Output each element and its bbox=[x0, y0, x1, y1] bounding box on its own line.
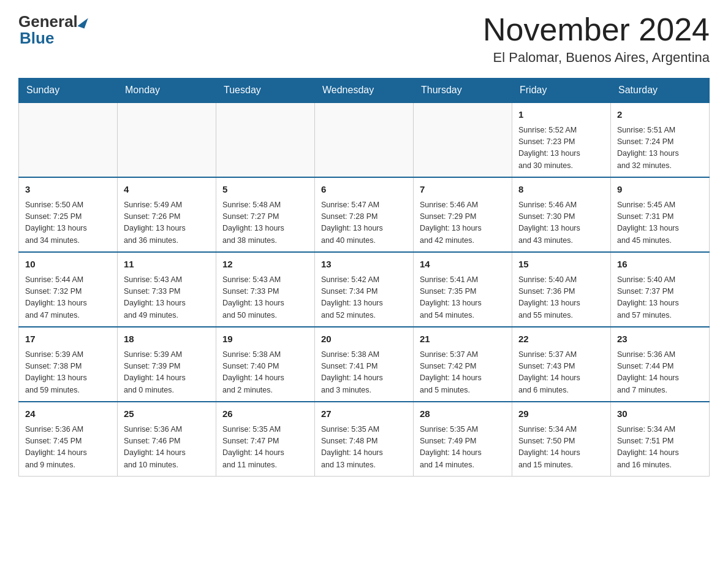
day-info: Sunrise: 5:40 AMSunset: 7:37 PMDaylight:… bbox=[617, 274, 703, 322]
calendar-header-tuesday: Tuesday bbox=[216, 79, 315, 103]
calendar-day-cell: 5Sunrise: 5:48 AMSunset: 7:27 PMDaylight… bbox=[216, 177, 315, 252]
day-number: 10 bbox=[25, 258, 111, 272]
calendar-day-cell: 22Sunrise: 5:37 AMSunset: 7:43 PMDayligh… bbox=[512, 327, 611, 402]
calendar-day-cell: 3Sunrise: 5:50 AMSunset: 7:25 PMDaylight… bbox=[19, 177, 118, 252]
day-info: Sunrise: 5:36 AMSunset: 7:46 PMDaylight:… bbox=[124, 424, 210, 472]
day-info: Sunrise: 5:50 AMSunset: 7:25 PMDaylight:… bbox=[25, 199, 111, 247]
day-info: Sunrise: 5:39 AMSunset: 7:39 PMDaylight:… bbox=[124, 349, 210, 397]
calendar-header-friday: Friday bbox=[512, 79, 611, 103]
calendar-day-cell: 11Sunrise: 5:43 AMSunset: 7:33 PMDayligh… bbox=[118, 252, 216, 327]
calendar-header-row: SundayMondayTuesdayWednesdayThursdayFrid… bbox=[19, 79, 710, 103]
calendar-week-row: 3Sunrise: 5:50 AMSunset: 7:25 PMDaylight… bbox=[19, 177, 710, 252]
day-info: Sunrise: 5:52 AMSunset: 7:23 PMDaylight:… bbox=[518, 124, 604, 172]
day-number: 9 bbox=[617, 183, 703, 197]
calendar-header-sunday: Sunday bbox=[19, 79, 118, 103]
day-number: 20 bbox=[321, 332, 407, 347]
day-number: 30 bbox=[617, 407, 703, 421]
calendar-day-cell: 12Sunrise: 5:43 AMSunset: 7:33 PMDayligh… bbox=[216, 252, 315, 327]
calendar-header-wednesday: Wednesday bbox=[315, 79, 414, 103]
day-number: 23 bbox=[617, 332, 703, 347]
calendar-header-thursday: Thursday bbox=[414, 79, 512, 103]
day-number: 21 bbox=[420, 332, 506, 347]
day-number: 12 bbox=[222, 258, 308, 272]
day-number: 24 bbox=[25, 407, 111, 421]
day-info: Sunrise: 5:40 AMSunset: 7:36 PMDaylight:… bbox=[518, 274, 604, 322]
calendar-week-row: 17Sunrise: 5:39 AMSunset: 7:38 PMDayligh… bbox=[19, 327, 710, 402]
day-info: Sunrise: 5:36 AMSunset: 7:45 PMDaylight:… bbox=[25, 424, 111, 472]
day-number: 3 bbox=[25, 183, 111, 197]
month-title: November 2024 bbox=[483, 12, 710, 47]
calendar-day-cell: 16Sunrise: 5:40 AMSunset: 7:37 PMDayligh… bbox=[611, 252, 710, 327]
calendar-day-cell: 13Sunrise: 5:42 AMSunset: 7:34 PMDayligh… bbox=[315, 252, 414, 327]
title-section: November 2024 El Palomar, Buenos Aires, … bbox=[483, 12, 710, 66]
location-title: El Palomar, Buenos Aires, Argentina bbox=[483, 50, 710, 66]
calendar-day-cell: 27Sunrise: 5:35 AMSunset: 7:48 PMDayligh… bbox=[315, 402, 414, 477]
calendar-day-cell: 23Sunrise: 5:36 AMSunset: 7:44 PMDayligh… bbox=[611, 327, 710, 402]
day-info: Sunrise: 5:38 AMSunset: 7:41 PMDaylight:… bbox=[321, 349, 407, 397]
calendar-day-cell bbox=[19, 102, 118, 177]
calendar-day-cell: 9Sunrise: 5:45 AMSunset: 7:31 PMDaylight… bbox=[611, 177, 710, 252]
calendar-day-cell bbox=[118, 102, 216, 177]
calendar-day-cell bbox=[315, 102, 414, 177]
day-number: 2 bbox=[617, 108, 703, 122]
day-number: 5 bbox=[222, 183, 308, 197]
calendar-table: SundayMondayTuesdayWednesdayThursdayFrid… bbox=[18, 78, 710, 477]
calendar-day-cell: 19Sunrise: 5:38 AMSunset: 7:40 PMDayligh… bbox=[216, 327, 315, 402]
calendar-day-cell: 15Sunrise: 5:40 AMSunset: 7:36 PMDayligh… bbox=[512, 252, 611, 327]
day-info: Sunrise: 5:34 AMSunset: 7:51 PMDaylight:… bbox=[617, 424, 703, 472]
day-number: 17 bbox=[25, 332, 111, 347]
day-info: Sunrise: 5:42 AMSunset: 7:34 PMDaylight:… bbox=[321, 274, 407, 322]
day-info: Sunrise: 5:39 AMSunset: 7:38 PMDaylight:… bbox=[25, 349, 111, 397]
day-info: Sunrise: 5:37 AMSunset: 7:43 PMDaylight:… bbox=[518, 349, 604, 397]
calendar-day-cell: 25Sunrise: 5:36 AMSunset: 7:46 PMDayligh… bbox=[118, 402, 216, 477]
calendar-day-cell: 10Sunrise: 5:44 AMSunset: 7:32 PMDayligh… bbox=[19, 252, 118, 327]
day-number: 8 bbox=[518, 183, 604, 197]
calendar-day-cell: 4Sunrise: 5:49 AMSunset: 7:26 PMDaylight… bbox=[118, 177, 216, 252]
calendar-week-row: 24Sunrise: 5:36 AMSunset: 7:45 PMDayligh… bbox=[19, 402, 710, 477]
day-info: Sunrise: 5:47 AMSunset: 7:28 PMDaylight:… bbox=[321, 199, 407, 247]
logo-blue-text: Blue bbox=[18, 29, 54, 48]
calendar-day-cell: 30Sunrise: 5:34 AMSunset: 7:51 PMDayligh… bbox=[611, 402, 710, 477]
day-number: 6 bbox=[321, 183, 407, 197]
calendar-day-cell: 20Sunrise: 5:38 AMSunset: 7:41 PMDayligh… bbox=[315, 327, 414, 402]
calendar-header-saturday: Saturday bbox=[611, 79, 710, 103]
calendar-day-cell: 14Sunrise: 5:41 AMSunset: 7:35 PMDayligh… bbox=[414, 252, 512, 327]
day-number: 26 bbox=[222, 407, 308, 421]
calendar-day-cell: 29Sunrise: 5:34 AMSunset: 7:50 PMDayligh… bbox=[512, 402, 611, 477]
day-info: Sunrise: 5:35 AMSunset: 7:49 PMDaylight:… bbox=[420, 424, 506, 472]
day-number: 27 bbox=[321, 407, 407, 421]
day-number: 11 bbox=[124, 258, 210, 272]
day-number: 15 bbox=[518, 258, 604, 272]
calendar-day-cell: 8Sunrise: 5:46 AMSunset: 7:30 PMDaylight… bbox=[512, 177, 611, 252]
logo-triangle-icon bbox=[77, 15, 88, 28]
day-info: Sunrise: 5:41 AMSunset: 7:35 PMDaylight:… bbox=[420, 274, 506, 322]
day-number: 22 bbox=[518, 332, 604, 347]
page-header: General Blue November 2024 El Palomar, B… bbox=[18, 12, 710, 66]
day-info: Sunrise: 5:36 AMSunset: 7:44 PMDaylight:… bbox=[617, 349, 703, 397]
day-info: Sunrise: 5:46 AMSunset: 7:30 PMDaylight:… bbox=[518, 199, 604, 247]
day-info: Sunrise: 5:44 AMSunset: 7:32 PMDaylight:… bbox=[25, 274, 111, 322]
calendar-day-cell: 28Sunrise: 5:35 AMSunset: 7:49 PMDayligh… bbox=[414, 402, 512, 477]
calendar-day-cell: 6Sunrise: 5:47 AMSunset: 7:28 PMDaylight… bbox=[315, 177, 414, 252]
day-info: Sunrise: 5:38 AMSunset: 7:40 PMDaylight:… bbox=[222, 349, 308, 397]
day-number: 29 bbox=[518, 407, 604, 421]
calendar-day-cell: 26Sunrise: 5:35 AMSunset: 7:47 PMDayligh… bbox=[216, 402, 315, 477]
day-number: 4 bbox=[124, 183, 210, 197]
calendar-week-row: 1Sunrise: 5:52 AMSunset: 7:23 PMDaylight… bbox=[19, 102, 710, 177]
day-info: Sunrise: 5:35 AMSunset: 7:47 PMDaylight:… bbox=[222, 424, 308, 472]
day-number: 18 bbox=[124, 332, 210, 347]
day-info: Sunrise: 5:46 AMSunset: 7:29 PMDaylight:… bbox=[420, 199, 506, 247]
calendar-day-cell: 7Sunrise: 5:46 AMSunset: 7:29 PMDaylight… bbox=[414, 177, 512, 252]
calendar-header-monday: Monday bbox=[118, 79, 216, 103]
day-number: 7 bbox=[420, 183, 506, 197]
logo: General Blue bbox=[18, 12, 88, 48]
day-number: 19 bbox=[222, 332, 308, 347]
day-number: 28 bbox=[420, 407, 506, 421]
calendar-day-cell: 18Sunrise: 5:39 AMSunset: 7:39 PMDayligh… bbox=[118, 327, 216, 402]
calendar-day-cell: 1Sunrise: 5:52 AMSunset: 7:23 PMDaylight… bbox=[512, 102, 611, 177]
day-info: Sunrise: 5:34 AMSunset: 7:50 PMDaylight:… bbox=[518, 424, 604, 472]
day-info: Sunrise: 5:35 AMSunset: 7:48 PMDaylight:… bbox=[321, 424, 407, 472]
calendar-day-cell bbox=[414, 102, 512, 177]
day-number: 14 bbox=[420, 258, 506, 272]
day-number: 25 bbox=[124, 407, 210, 421]
